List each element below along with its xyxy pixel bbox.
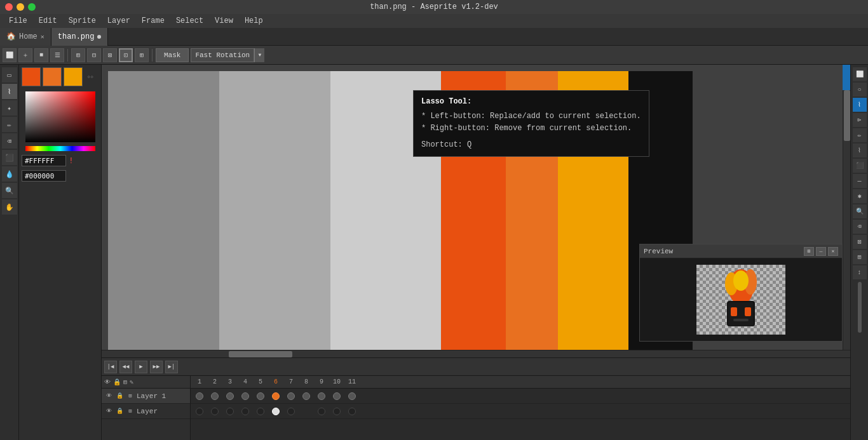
- tool-lasso[interactable]: ⌇: [2, 84, 17, 99]
- l2-f8[interactable]: [299, 405, 314, 418]
- l2-f6[interactable]: [268, 405, 283, 418]
- tab-file[interactable]: than.png: [51, 28, 109, 46]
- l2-f2[interactable]: [207, 405, 222, 418]
- maximize-button[interactable]: [28, 3, 36, 11]
- tl-layer1-lock[interactable]: 🔒: [115, 392, 124, 401]
- l1-f6[interactable]: [268, 390, 283, 403]
- right-tool-4[interactable]: ⊳: [853, 113, 867, 127]
- l1-f9[interactable]: [314, 390, 329, 403]
- menu-sprite[interactable]: Sprite: [64, 15, 101, 27]
- toolbar-btn-1[interactable]: ⬜: [3, 48, 17, 62]
- right-tool-11[interactable]: ⌫: [853, 220, 867, 234]
- l1-f11[interactable]: [344, 390, 360, 403]
- toolbar-btn-3[interactable]: ■: [34, 48, 48, 62]
- scroll-thumb-vertical[interactable]: [844, 90, 850, 141]
- l2-f5[interactable]: [253, 405, 268, 418]
- right-tool-9[interactable]: ✱: [853, 189, 867, 203]
- tl-next-frame[interactable]: ▶▶: [150, 361, 163, 373]
- right-tool-8[interactable]: —: [853, 174, 867, 188]
- right-tool-7[interactable]: ⬛: [853, 159, 867, 173]
- right-tool-lasso[interactable]: ⌇: [853, 98, 867, 112]
- l2-f10[interactable]: [329, 405, 344, 418]
- toolbar-btn-2[interactable]: ＋: [18, 48, 32, 62]
- tl-layer2-lock[interactable]: 🔒: [115, 407, 124, 416]
- l1-f2[interactable]: [207, 390, 222, 403]
- tool-magic-wand[interactable]: ✦: [2, 100, 17, 116]
- right-tool-5[interactable]: ✏: [853, 128, 867, 142]
- menu-frame[interactable]: Frame: [137, 15, 170, 27]
- toolbar-btn-5[interactable]: ⊞: [71, 48, 85, 62]
- swatch-3[interactable]: [64, 67, 83, 86]
- toolbar-btn-6[interactable]: ⊟: [87, 48, 101, 62]
- toolbar-btn-8[interactable]: ⊡: [119, 48, 133, 62]
- l1-f4[interactable]: [238, 390, 253, 403]
- right-tool-13[interactable]: ⊞: [853, 250, 867, 264]
- bg-color-input[interactable]: [22, 170, 66, 182]
- l2-f11[interactable]: [344, 405, 360, 418]
- tl-last-frame[interactable]: ▶|: [165, 361, 178, 373]
- l2-f1[interactable]: [192, 405, 207, 418]
- timeline-layer-2[interactable]: 👁 🔒 ⊞ Layer: [102, 404, 190, 419]
- canvas-scrollbar-h[interactable]: [102, 350, 850, 357]
- l1-f1[interactable]: [192, 390, 207, 403]
- frame-num-6[interactable]: 6: [268, 378, 283, 385]
- close-button[interactable]: [5, 3, 13, 11]
- menu-edit[interactable]: Edit: [34, 15, 62, 27]
- tool-eraser[interactable]: ⌫: [2, 133, 17, 149]
- l1-f8[interactable]: [299, 390, 314, 403]
- tool-eyedropper[interactable]: 💧: [2, 166, 17, 182]
- timeline-layer-1[interactable]: 👁 🔒 ⊞ Layer 1: [102, 389, 190, 404]
- tl-layer2-eye[interactable]: 👁: [104, 407, 113, 416]
- tool-zoom[interactable]: 🔍: [2, 183, 17, 198]
- swatch-2[interactable]: [43, 67, 62, 86]
- window-controls[interactable]: [5, 3, 36, 11]
- right-tool-10[interactable]: 🔍: [853, 204, 867, 218]
- tab-home-close[interactable]: ✕: [41, 33, 44, 41]
- color-rainbow[interactable]: [25, 146, 95, 151]
- mask-button[interactable]: Mask: [156, 48, 189, 62]
- tl-play[interactable]: ▶: [135, 361, 147, 373]
- menu-file[interactable]: File: [4, 15, 32, 27]
- preview-minimize[interactable]: —: [816, 247, 826, 256]
- rotation-select[interactable]: Fast Rotation: [191, 48, 254, 62]
- menu-layer[interactable]: Layer: [102, 15, 135, 27]
- l2-f4[interactable]: [238, 405, 253, 418]
- l2-f9[interactable]: [314, 405, 329, 418]
- right-tool-14[interactable]: ↕: [853, 265, 867, 279]
- menu-view[interactable]: View: [210, 15, 238, 27]
- l1-f7[interactable]: [283, 390, 299, 403]
- rotation-dropdown[interactable]: ▼: [254, 48, 264, 62]
- toolbar-btn-7[interactable]: ⊠: [103, 48, 117, 62]
- scroll-thumb-horizontal[interactable]: [229, 351, 292, 357]
- right-tool-2[interactable]: ○: [853, 83, 867, 97]
- l1-f10[interactable]: [329, 390, 344, 403]
- l2-f3[interactable]: [222, 405, 238, 418]
- swatch-expand[interactable]: ⬦⬦: [87, 74, 93, 80]
- l1-f3[interactable]: [222, 390, 238, 403]
- tool-marquee[interactable]: ▭: [2, 67, 17, 83]
- right-tool-1[interactable]: ⬜: [853, 67, 867, 81]
- tl-prev-frame[interactable]: ◀◀: [119, 361, 132, 373]
- swatch-1[interactable]: [22, 67, 41, 86]
- l1-f5[interactable]: [253, 390, 268, 403]
- canvas-scrollbar-v[interactable]: [843, 65, 850, 350]
- menu-help[interactable]: Help: [240, 15, 268, 27]
- preview-expand[interactable]: ⊞: [804, 247, 814, 256]
- preview-close[interactable]: ✕: [828, 247, 838, 256]
- color-gradient[interactable]: [25, 91, 95, 142]
- menu-select[interactable]: Select: [171, 15, 208, 27]
- minimize-button[interactable]: [17, 3, 24, 11]
- fg-color-input[interactable]: [22, 155, 66, 166]
- right-scrollbar[interactable]: [858, 282, 862, 333]
- toolbar-btn-9[interactable]: ⊞: [135, 48, 149, 62]
- right-tool-12[interactable]: ⊠: [853, 235, 867, 249]
- tab-home[interactable]: 🏠 Home ✕: [0, 28, 51, 46]
- l2-f7[interactable]: [283, 405, 299, 418]
- tool-hand[interactable]: ✋: [2, 199, 17, 215]
- right-tool-6[interactable]: ⌇: [853, 143, 867, 157]
- tool-pencil[interactable]: ✏: [2, 117, 17, 132]
- tl-layer1-type[interactable]: ⊞: [126, 392, 135, 401]
- toolbar-btn-4[interactable]: ☰: [50, 48, 64, 62]
- tool-fill[interactable]: ⬛: [2, 150, 17, 165]
- tl-layer2-type[interactable]: ⊞: [126, 407, 135, 416]
